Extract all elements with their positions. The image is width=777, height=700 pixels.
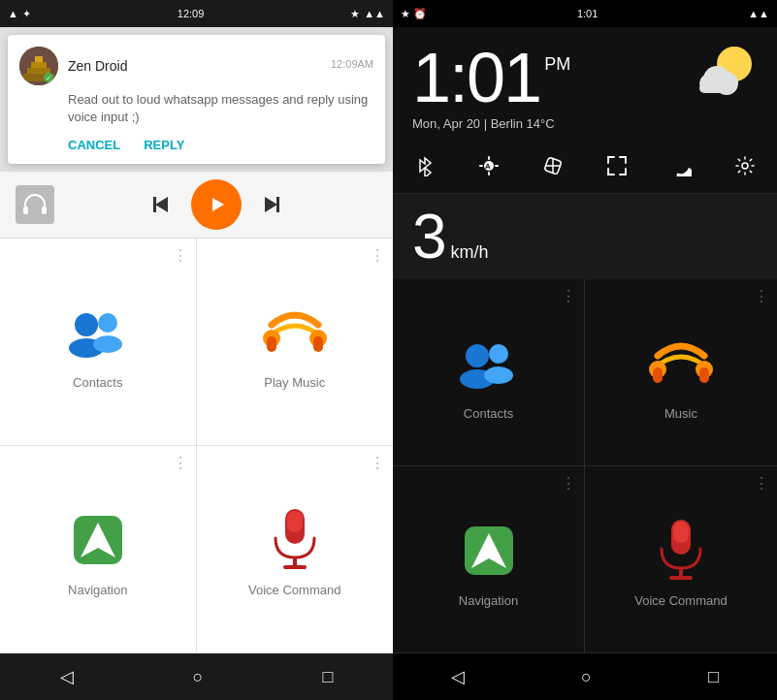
status-right-icons: ★ ▲▲ [350,8,385,20]
navigation-menu-dots[interactable]: ⋮ [173,454,188,472]
weather-icon [690,43,758,101]
status-bar-left: ▲ ✦ 12:09 ★ ▲▲ [0,0,393,27]
clock-time: 1:01 [412,43,540,112]
dark-voice-command-menu-dots[interactable]: ⋮ [754,474,769,493]
nav-bar-right: ◁ ○ □ [393,653,777,700]
voice-command-menu-dots[interactable]: ⋮ [370,454,385,472]
right-signal-icon: ▲▲ [748,8,769,19]
navigation-map-icon [63,505,133,575]
dark-contacts-label: Contacts [464,406,513,421]
svg-rect-25 [287,511,303,532]
home-button-right[interactable]: ○ [573,659,599,695]
play-music-menu-dots[interactable]: ⋮ [370,246,385,265]
notification-app-name: Zen Droid [68,58,127,74]
back-button-right[interactable]: ◁ [443,658,472,695]
left-time: 12:09 [178,8,205,19]
svg-rect-4 [35,56,43,62]
reply-button[interactable]: REPLY [144,138,184,152]
dark-music-label: Music [664,406,697,421]
music-controls [54,179,377,230]
right-panel: ★ ⏰ 1:01 ▲▲ 1:01 PM [393,0,777,700]
dark-app-cell-voice-command[interactable]: ⋮ Voice Command [585,466,777,653]
dark-navigation-menu-dots[interactable]: ⋮ [561,474,576,493]
prev-button[interactable] [148,189,179,220]
dark-navigation-icon [454,516,524,586]
svg-point-43 [466,344,489,367]
right-alarm-icon: ⏰ [413,8,427,19]
svg-rect-50 [699,367,709,383]
dark-music-icon [646,329,716,398]
clock-row: 1:01 PM [412,43,758,112]
svg-rect-10 [153,197,156,212]
cancel-button[interactable]: CANCEL [68,138,120,152]
notification-title-row: Zen Droid 12:09AM [68,58,373,74]
qs-rotate[interactable] [535,148,570,183]
notification-card: ✓ Zen Droid 12:09AM Read out to loud wha… [8,35,385,164]
dark-contacts-menu-dots[interactable]: ⋮ [561,287,576,305]
svg-rect-8 [42,207,47,214]
qs-fullscreen[interactable] [599,148,634,183]
dark-voice-command-label: Voice Command [634,593,727,608]
next-button[interactable] [253,189,284,220]
contacts-menu-dots[interactable]: ⋮ [173,246,188,265]
date-location: Mon, Apr 20 | Berlin 14°C [412,116,758,131]
right-status-right-icons: ▲▲ [748,8,769,19]
recents-button-right[interactable]: □ [700,659,727,695]
app-grid-left: ⋮ Contacts ⋮ [0,239,393,653]
svg-text:✓: ✓ [46,75,51,81]
svg-rect-36 [479,165,483,167]
app-cell-navigation[interactable]: ⋮ Navigation [0,446,197,653]
svg-rect-21 [313,336,323,352]
home-button-left[interactable]: ○ [185,659,211,695]
svg-point-16 [98,313,117,333]
app-cell-contacts[interactable]: ⋮ Contacts [0,239,197,446]
android-icon: ▲ [8,8,18,19]
svg-point-46 [484,366,513,384]
bluetooth-status-icon: ★ [350,8,360,20]
play-button[interactable] [191,179,242,230]
clock-time-row: 1:01 PM [412,43,570,112]
notification-header: ✓ Zen Droid 12:09AM [19,47,373,85]
svg-text:A: A [485,162,491,171]
voice-command-icon [260,505,330,575]
contacts-label: Contacts [73,375,122,390]
dark-app-cell-music[interactable]: ⋮ Music [585,279,777,466]
speed-unit: km/h [451,242,489,263]
svg-point-42 [742,163,748,169]
notification-time: 12:09AM [331,58,373,70]
qs-brightness[interactable]: A [471,148,506,183]
notification-actions: CANCEL REPLY [68,138,373,152]
app-cell-play-music[interactable]: ⋮ Play Music [197,239,394,446]
status-bar-right: ★ ⏰ 1:01 ▲▲ [393,0,777,27]
play-music-label: Play Music [264,375,325,390]
dark-app-cell-navigation[interactable]: ⋮ Navigation [393,466,585,653]
svg-rect-34 [488,156,490,160]
quick-settings: A [393,139,777,194]
music-headphone-icon [16,185,54,224]
clock-period: PM [544,54,570,75]
svg-rect-49 [653,367,663,383]
svg-point-14 [75,313,98,336]
svg-rect-35 [488,172,490,175]
clock-area: 1:01 PM Mon, Apr 20 | Berlin 14°C [393,27,777,139]
dark-app-grid: ⋮ Contacts ⋮ [393,279,777,653]
back-button-left[interactable]: ◁ [52,658,81,695]
status-left-icons: ▲ ✦ [8,8,31,20]
voice-command-label: Voice Command [248,583,340,597]
recents-button-left[interactable]: □ [315,659,341,695]
qs-bluetooth[interactable] [407,148,442,183]
nav-bar-left: ◁ ○ □ [0,653,393,700]
app-cell-voice-command[interactable]: ⋮ Voice Command [197,446,394,653]
dark-voice-command-icon [646,516,716,586]
speed-value: 3 [412,206,447,268]
dark-music-menu-dots[interactable]: ⋮ [754,287,769,305]
dark-navigation-label: Navigation [459,593,518,608]
qs-settings[interactable] [728,148,762,183]
dark-app-cell-contacts[interactable]: ⋮ Contacts [393,279,585,466]
svg-marker-11 [212,198,224,211]
svg-rect-13 [276,197,279,212]
music-player [0,172,393,239]
svg-point-45 [489,344,508,364]
svg-rect-3 [31,62,47,68]
qs-do-not-disturb[interactable] [664,148,698,183]
